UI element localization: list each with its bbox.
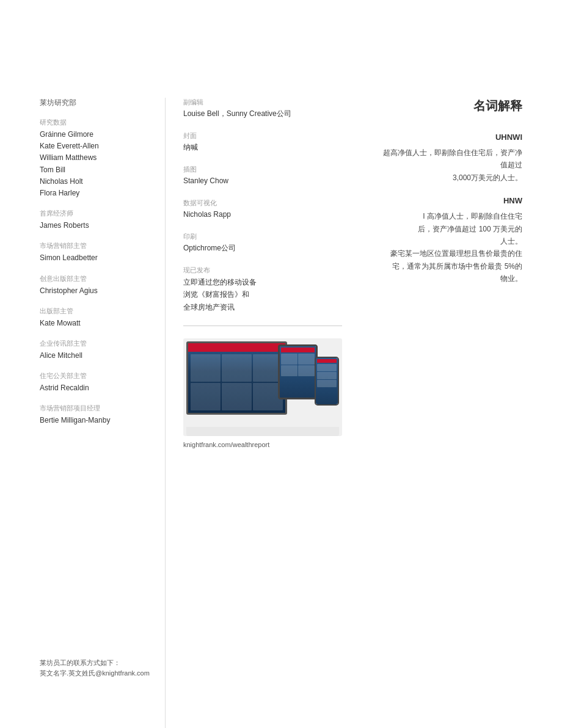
tablet-card (281, 354, 297, 365)
section-label: 创意出版部主管 (40, 274, 153, 283)
glossary-definition: 物业。 (379, 272, 522, 285)
glossary-definition: 宅，通常为其所属市场中售价最贵 5%的 (379, 260, 522, 272)
credit-value: Stanley Chow (183, 175, 342, 186)
middle-column: 副编辑Louise Bell，Sunny Creative公司封面纳喊插图Sta… (165, 98, 354, 728)
contact-line2: 英文名字.英文姓氏@knightfrank.com (40, 668, 150, 679)
person-name: Flora Harley (40, 187, 153, 199)
right-column: 名词解释 UHNWI超高净值人士，即剔除自住住宅后，资产净值超过3,000万美元… (354, 98, 562, 728)
person-name: Christopher Agius (40, 285, 153, 297)
section-group: 市场营销部项目经理Bertie Milligan-Manby (40, 404, 153, 426)
section-label: 出版部主管 (40, 307, 153, 316)
person-name: Nicholas Holt (40, 176, 153, 187)
left-sections: 研究数据Gráinne GilmoreKate Everett-AllenWil… (40, 118, 153, 426)
section-group: 创意出版部主管Christopher Agius (40, 274, 153, 297)
glossary-term: UHNWI (379, 133, 522, 142)
section-label: 企业传讯部主管 (40, 339, 153, 348)
glossary-definition: 超高净值人士，即剔除自住住宅后，资产净值超过 (379, 147, 522, 172)
section-group: 出版部主管Kate Mowatt (40, 307, 153, 329)
page-container: 莱坊研究部 研究数据Gráinne GilmoreKate Everett-Al… (0, 0, 562, 728)
monitor-header (188, 343, 285, 352)
monitor-content (188, 352, 285, 413)
glossary-definition: 3,000万美元的人士。 (379, 172, 522, 184)
contact-line1: 莱坊员工的联系方式如下： (40, 658, 150, 669)
person-name: Simon Leadbetter (40, 252, 153, 264)
glossary-title: 名词解释 (379, 98, 522, 114)
device-base (186, 427, 339, 436)
device-mockup (183, 338, 342, 436)
phone-screen (316, 358, 338, 404)
divider (183, 326, 342, 326)
left-column: 莱坊研究部 研究数据Gráinne GilmoreKate Everett-Al… (0, 98, 165, 728)
tablet-card (281, 365, 297, 376)
tablet-card (298, 365, 315, 376)
section-label: 市场营销部主管 (40, 241, 153, 250)
column-divider (165, 98, 166, 728)
monitor-mockup (186, 341, 287, 415)
person-name: James Roberts (40, 220, 153, 231)
contact-info: 莱坊员工的联系方式如下： 英文名字.英文姓氏@knightfrank.com (40, 658, 150, 679)
phone-card (317, 380, 337, 387)
dept-header-group: 莱坊研究部 (40, 98, 153, 108)
tablet-header (281, 348, 315, 352)
credit-section: 封面纳喊 (183, 131, 342, 153)
person-name: William Matthews (40, 152, 153, 164)
credit-value: 纳喊 (183, 142, 342, 153)
glossary-definition: 后，资产净值超过 100 万美元的 (379, 223, 522, 235)
tablet-card (298, 354, 315, 365)
section-label: 住宅公关部主管 (40, 371, 153, 380)
phone-header (317, 359, 337, 363)
content-card (222, 383, 252, 410)
credit-value: Optichrome公司 (183, 242, 342, 253)
availability-label: 现已发布 (183, 266, 342, 275)
credit-label: 数据可视化 (183, 198, 342, 208)
section-group: 市场营销部主管Simon Leadbetter (40, 241, 153, 264)
person-name: Kate Mowatt (40, 318, 153, 329)
availability-line: 浏览《财富报告》和 (183, 288, 342, 300)
phone-mockup (315, 357, 339, 406)
person-name: Kate Everett-Allen (40, 140, 153, 152)
section-group: 研究数据Gráinne GilmoreKate Everett-AllenWil… (40, 118, 153, 199)
glossary-term: HNW (379, 196, 522, 205)
credit-label: 印刷 (183, 232, 342, 241)
section-group: 首席经济师James Roberts (40, 209, 153, 231)
dept-header: 莱坊研究部 (40, 98, 153, 108)
credit-section: 副编辑Louise Bell，Sunny Creative公司 (183, 98, 342, 119)
glossary-definition: 人士。 (379, 235, 522, 247)
credit-label: 副编辑 (183, 98, 342, 107)
credit-value: Nicholas Rapp (183, 209, 342, 220)
phone-card (317, 364, 337, 371)
credit-label: 插图 (183, 165, 342, 174)
person-name: Astrid Recaldin (40, 382, 153, 394)
availability-section: 现已发布立即通过您的移动设备浏览《财富报告》和全球房地产资讯 (183, 266, 342, 313)
phone-content (317, 364, 337, 387)
content-card (191, 383, 221, 410)
credit-section: 插图Stanley Chow (183, 165, 342, 186)
credit-section: 印刷Optichrome公司 (183, 232, 342, 253)
website-url: knightfrank.com/wealthreport (183, 441, 342, 448)
glossary-terms: UHNWI超高净值人士，即剔除自住住宅后，资产净值超过3,000万美元的人士。H… (379, 133, 522, 285)
credit-sections: 副编辑Louise Bell，Sunny Creative公司封面纳喊插图Sta… (183, 98, 342, 313)
tablet-screen (280, 346, 316, 398)
credit-value: Louise Bell，Sunny Creative公司 (183, 108, 342, 119)
tablet-content (281, 354, 315, 376)
glossary-definition: I 高净值人士，即剔除自住住宅 (379, 210, 522, 222)
content-card (222, 354, 252, 382)
device-image-container: knightfrank.com/wealthreport (183, 338, 342, 448)
glossary-definition: 豪宅某一地区位置最理想且售价最贵的住 (379, 247, 522, 260)
section-label: 市场营销部项目经理 (40, 404, 153, 413)
availability-line: 立即通过您的移动设备 (183, 276, 342, 288)
person-name: Gráinne Gilmore (40, 129, 153, 140)
person-name: Bertie Milligan-Manby (40, 415, 153, 426)
section-group: 企业传讯部主管Alice Mitchell (40, 339, 153, 362)
section-label: 首席经济师 (40, 209, 153, 218)
section-group: 住宅公关部主管Astrid Recaldin (40, 371, 153, 394)
tablet-mockup (278, 344, 318, 399)
monitor-screen (188, 343, 285, 413)
credit-label: 封面 (183, 131, 342, 140)
credit-section: 数据可视化Nicholas Rapp (183, 198, 342, 220)
content-card (191, 354, 221, 382)
availability-line: 全球房地产资讯 (183, 301, 342, 313)
phone-card (317, 372, 337, 379)
section-label: 研究数据 (40, 118, 153, 127)
person-name: Alice Mitchell (40, 350, 153, 362)
